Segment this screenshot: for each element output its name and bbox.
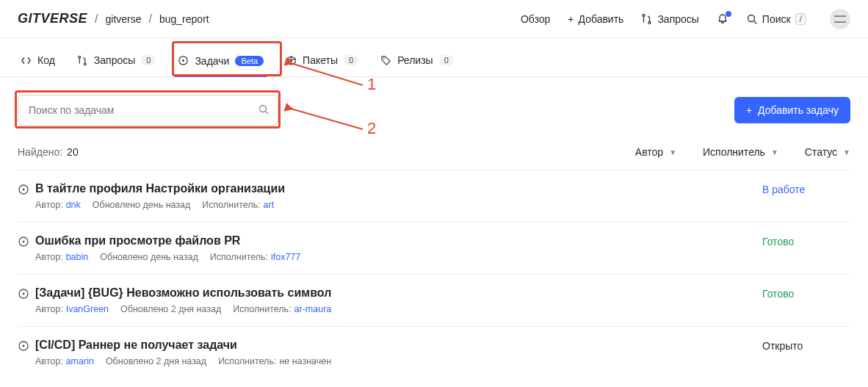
avatar[interactable] [830, 9, 850, 29]
search-row: + Добавить задачу [0, 77, 868, 131]
filter-author[interactable]: Автор▼ [635, 146, 676, 158]
chevron-down-icon: ▼ [843, 148, 850, 156]
issue-icon [178, 55, 189, 66]
chevron-down-icon: ▼ [771, 148, 778, 156]
svg-point-12 [23, 293, 25, 295]
svg-point-3 [383, 57, 385, 59]
issue-meta: Автор: dnk Обновлено день назад Исполнит… [35, 200, 762, 210]
nav-notifications[interactable] [717, 13, 728, 25]
issue-author-link[interactable]: babin [66, 252, 89, 262]
issue-author-link[interactable]: IvanGreen [66, 304, 109, 314]
svg-point-0 [748, 15, 754, 21]
tab-code[interactable]: Код [18, 46, 58, 76]
search-kbd: / [795, 13, 806, 25]
issue-assignee-link[interactable]: ar-maura [294, 304, 332, 314]
svg-point-10 [23, 241, 25, 243]
found-row: Найдено: 20 Автор▼ Исполнитель▼ Статус▼ [18, 139, 850, 170]
filter-status[interactable]: Статус▼ [805, 146, 850, 158]
issue-assignee: не назначен [279, 356, 331, 366]
chevron-down-icon: ▼ [669, 148, 676, 156]
issue-updated: Обновлено 2 дня назад [106, 356, 206, 366]
tab-issues[interactable]: Задачи Beta [175, 46, 267, 77]
issue-open-icon [18, 234, 35, 262]
plus-icon: + [746, 104, 752, 116]
found-count: 20 [67, 146, 79, 158]
issue-status: Готово [762, 234, 850, 262]
issue-row[interactable]: Ошибка при просмотре файлов PR Автор: ba… [18, 222, 850, 274]
issue-title[interactable]: [Задачи] {BUG} Невозможно использовать с… [35, 286, 762, 300]
issue-updated: Обновлено день назад [93, 200, 191, 210]
svg-point-14 [23, 345, 25, 347]
add-issue-button[interactable]: + Добавить задачу [734, 97, 850, 123]
issue-meta: Автор: IvanGreen Обновлено 2 дня назад И… [35, 304, 762, 314]
tab-releases[interactable]: Релизы 0 [377, 46, 457, 76]
repo-tabs: Код Запросы 0 Задачи Beta Пакеты 0 Релиз… [0, 38, 868, 77]
git-compare-icon [641, 13, 653, 25]
topbar: GITVERSE / gitverse / bug_report Обзор +… [0, 0, 868, 38]
issue-title[interactable]: В тайтле профиля Настройки организации [35, 182, 762, 195]
tag-icon [380, 55, 391, 66]
issue-open-icon [18, 339, 35, 366]
tab-requests[interactable]: Запросы 0 [74, 46, 159, 76]
nav-search[interactable]: Поиск / [746, 13, 806, 25]
git-compare-icon [77, 55, 88, 66]
issues-area: Найдено: 20 Автор▼ Исполнитель▼ Статус▼ … [0, 131, 868, 386]
breadcrumb-repo[interactable]: bug_report [159, 13, 209, 25]
search-input[interactable] [18, 95, 278, 126]
nav-requests[interactable]: Запросы [641, 13, 698, 25]
issue-meta: Автор: babin Обновлено день назад Исполн… [35, 252, 762, 262]
issue-row[interactable]: [CI/CD] Раннер не получает задачи Автор:… [18, 326, 850, 378]
plus-icon: + [568, 13, 574, 25]
issue-open-icon [18, 286, 35, 314]
breadcrumb-sep: / [95, 12, 98, 26]
requests-count: 0 [141, 55, 156, 65]
svg-point-8 [23, 189, 25, 191]
top-actions: Обзор + Добавить Запросы Поиск / [521, 9, 850, 29]
package-icon [286, 55, 297, 66]
issue-author-link[interactable]: dnk [66, 200, 81, 210]
breadcrumb-sep: / [149, 12, 152, 26]
nav-overview[interactable]: Обзор [521, 13, 550, 25]
issue-row[interactable]: [Задачи] {BUG} Невозможно использовать с… [18, 274, 850, 326]
svg-point-4 [260, 106, 267, 112]
svg-point-2 [183, 59, 185, 62]
issue-row[interactable]: В тайтле профиля Настройки организации А… [18, 170, 850, 222]
nav-add[interactable]: + Добавить [568, 13, 623, 25]
issue-assignee-link[interactable]: art [264, 200, 275, 210]
issue-status: Открыто [762, 339, 850, 366]
releases-count: 0 [439, 55, 454, 65]
issue-meta: Автор: amarin Обновлено 2 дня назад Испо… [35, 356, 762, 366]
notification-dot [726, 11, 731, 17]
issue-status: В работе [762, 182, 850, 210]
search-icon [746, 13, 758, 25]
issue-title[interactable]: [CI/CD] Раннер не получает задачи [35, 339, 762, 352]
issue-updated: Обновлено день назад [100, 252, 198, 262]
logo[interactable]: GITVERSE [18, 11, 87, 26]
code-icon [21, 55, 32, 66]
beta-badge: Beta [235, 56, 264, 66]
issue-author-link[interactable]: amarin [66, 356, 94, 366]
breadcrumb-owner[interactable]: gitverse [105, 13, 141, 25]
issue-assignee-link[interactable]: ifox777 [271, 252, 300, 262]
filter-assignee[interactable]: Исполнитель▼ [703, 146, 778, 158]
packages-count: 0 [344, 55, 358, 65]
tab-packages[interactable]: Пакеты 0 [283, 46, 361, 76]
issue-title[interactable]: Ошибка при просмотре файлов PR [35, 234, 762, 247]
search-icon [258, 104, 270, 115]
issue-status: Готово [762, 286, 850, 314]
avatar-icon [834, 15, 846, 23]
found-label: Найдено: [18, 146, 62, 158]
issue-updated: Обновлено 2 дня назад [120, 304, 221, 314]
issue-open-icon [18, 182, 35, 210]
